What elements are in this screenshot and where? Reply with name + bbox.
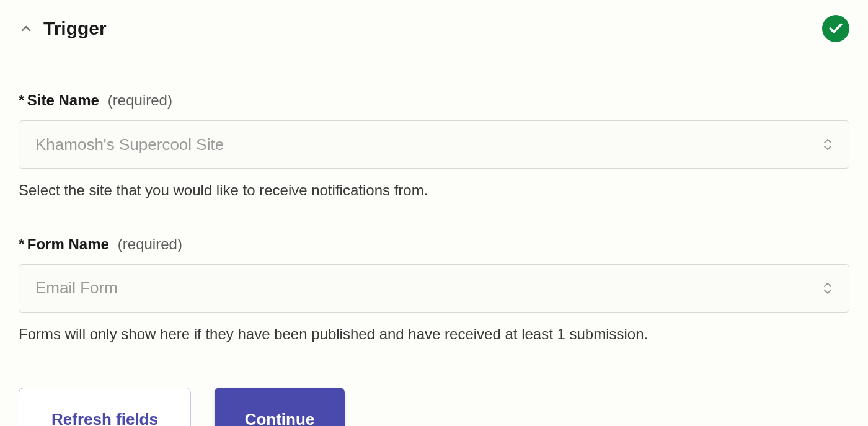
form-name-hint: (required) [118, 236, 182, 253]
section-header-left: Trigger [19, 18, 107, 39]
site-name-hint: (required) [108, 92, 172, 109]
section-title: Trigger [43, 18, 107, 39]
required-marker: * Site Name [19, 92, 99, 109]
updown-icon [823, 282, 833, 295]
status-complete-badge [822, 15, 849, 42]
site-name-group: * Site Name (required) Khamosh's Superco… [19, 92, 849, 201]
refresh-fields-button[interactable]: Refresh fields [19, 388, 191, 426]
site-name-label-row: * Site Name (required) [19, 92, 849, 109]
site-name-select[interactable]: Khamosh's Supercool Site [19, 120, 849, 169]
site-name-value: Khamosh's Supercool Site [35, 135, 224, 154]
form-name-label: Form Name [27, 236, 109, 252]
site-name-label: Site Name [27, 92, 99, 109]
form-name-group: * Form Name (required) Email Form Forms … [19, 236, 849, 345]
trigger-section-header: Trigger [19, 15, 849, 42]
form-name-help: Forms will only show here if they have b… [19, 324, 849, 345]
required-marker: * Form Name [19, 236, 109, 253]
button-row: Refresh fields Continue [19, 388, 849, 426]
form-name-select[interactable]: Email Form [19, 264, 849, 313]
chevron-up-icon[interactable] [19, 21, 33, 36]
updown-icon [823, 138, 833, 151]
checkmark-icon [828, 20, 844, 37]
form-name-label-row: * Form Name (required) [19, 236, 849, 253]
site-name-help: Select the site that you would like to r… [19, 180, 849, 201]
continue-button[interactable]: Continue [215, 388, 345, 426]
form-name-value: Email Form [35, 278, 118, 298]
